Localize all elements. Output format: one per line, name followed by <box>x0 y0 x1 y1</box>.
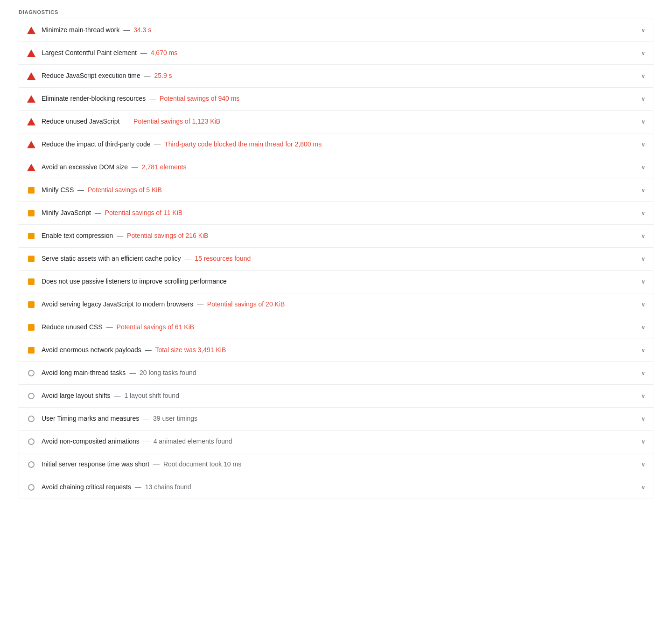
orange-square-icon <box>28 301 35 308</box>
chevron-down-icon: ∨ <box>641 416 645 422</box>
diagnostic-item-text-compression[interactable]: Enable text compression — Potential savi… <box>19 225 653 248</box>
item-left-dom-size: Avoid an excessive DOM size — 2,781 elem… <box>27 163 634 172</box>
item-detail-legacy-js: Potential savings of 20 KiB <box>207 300 285 308</box>
diagnostic-item-minify-js[interactable]: Minify JavaScript — Potential savings of… <box>19 202 653 225</box>
orange-square-icon <box>28 324 35 331</box>
orange-square-icon <box>28 256 35 262</box>
item-separator: — <box>152 140 162 148</box>
red-triangle-icon <box>27 164 35 171</box>
chevron-down-icon: ∨ <box>641 210 645 216</box>
gray-circle-icon <box>28 393 35 399</box>
item-separator: — <box>76 186 86 194</box>
chevron-down-icon: ∨ <box>641 484 645 491</box>
item-separator: — <box>93 209 103 216</box>
gray-circle-icon <box>28 438 35 445</box>
orange-square-icon <box>28 347 35 354</box>
item-label-passive-listeners: Does not use passive listeners to improv… <box>42 277 227 286</box>
diagnostic-item-cache-policy[interactable]: Serve static assets with an efficient ca… <box>19 248 653 271</box>
item-label-server-response-time: Initial server response time was short —… <box>42 460 241 469</box>
chevron-down-icon: ∨ <box>641 278 645 285</box>
item-label-cache-policy: Serve static assets with an efficient ca… <box>42 254 251 264</box>
red-triangle-icon <box>27 27 35 34</box>
diagnostic-item-unused-css[interactable]: Reduce unused CSS — Potential savings of… <box>19 316 653 339</box>
item-label-minify-js: Minify JavaScript — Potential savings of… <box>42 208 182 218</box>
item-label-reduce-js-execution: Reduce JavaScript execution time — 25.9 … <box>42 71 172 81</box>
diagnostic-item-non-composited-animations[interactable]: Avoid non-composited animations — 4 anim… <box>19 431 653 453</box>
item-label-minimize-main-thread: Minimize main-thread work — 34.3 s <box>42 26 151 35</box>
item-label-third-party-code: Reduce the impact of third-party code — … <box>42 140 322 149</box>
item-separator: — <box>141 438 152 445</box>
item-left-largest-contentful-paint: Largest Contentful Paint element — 4,670… <box>27 49 634 58</box>
item-left-reduce-unused-js: Reduce unused JavaScript — Potential sav… <box>27 117 634 126</box>
item-detail-eliminate-render-blocking: Potential savings of 940 ms <box>160 95 239 102</box>
item-separator: — <box>183 255 193 262</box>
diagnostic-item-long-main-thread-tasks[interactable]: Avoid long main-thread tasks — 20 long t… <box>19 362 653 385</box>
gray-circle-icon <box>28 484 35 491</box>
item-label-legacy-js: Avoid serving legacy JavaScript to moder… <box>42 300 285 309</box>
gray-circle-icon <box>28 461 35 468</box>
diagnostic-item-user-timing[interactable]: User Timing marks and measures — 39 user… <box>19 408 653 431</box>
item-label-long-main-thread-tasks: Avoid long main-thread tasks — 20 long t… <box>42 368 196 378</box>
item-detail-chaining-critical-requests: 13 chains found <box>145 483 191 491</box>
item-left-passive-listeners: Does not use passive listeners to improv… <box>27 277 634 286</box>
orange-square-icon <box>28 233 35 239</box>
item-detail-reduce-unused-js: Potential savings of 1,123 KiB <box>133 118 220 125</box>
item-label-layout-shifts: Avoid large layout shifts — 1 layout shi… <box>42 391 179 401</box>
diagnostic-item-chaining-critical-requests[interactable]: Avoid chaining critical requests — 13 ch… <box>19 476 653 499</box>
item-separator: — <box>151 460 161 468</box>
item-left-layout-shifts: Avoid large layout shifts — 1 layout shi… <box>27 391 634 401</box>
section-title: DIAGNOSTICS <box>19 9 653 15</box>
diagnostic-list: Minimize main-thread work — 34.3 s∨Large… <box>19 19 653 499</box>
item-label-unused-css: Reduce unused CSS — Potential savings of… <box>42 323 194 332</box>
chevron-down-icon: ∨ <box>641 50 645 56</box>
diagnostic-item-minify-css[interactable]: Minify CSS — Potential savings of 5 KiB∨ <box>19 179 653 202</box>
item-left-chaining-critical-requests: Avoid chaining critical requests — 13 ch… <box>27 483 634 492</box>
item-left-server-response-time: Initial server response time was short —… <box>27 460 634 469</box>
diagnostic-item-network-payloads[interactable]: Avoid enormous network payloads — Total … <box>19 339 653 362</box>
diagnostic-item-passive-listeners[interactable]: Does not use passive listeners to improv… <box>19 271 653 293</box>
chevron-down-icon: ∨ <box>641 73 645 79</box>
item-left-legacy-js: Avoid serving legacy JavaScript to moder… <box>27 300 634 309</box>
item-label-network-payloads: Avoid enormous network payloads — Total … <box>42 346 226 355</box>
red-triangle-icon <box>27 118 35 125</box>
chevron-down-icon: ∨ <box>641 233 645 239</box>
item-separator: — <box>127 369 138 376</box>
red-triangle-icon <box>27 49 35 57</box>
diagnostic-item-minimize-main-thread[interactable]: Minimize main-thread work — 34.3 s∨ <box>19 19 653 42</box>
item-detail-unused-css: Potential savings of 61 KiB <box>117 323 195 331</box>
chevron-down-icon: ∨ <box>641 370 645 376</box>
item-separator: — <box>130 163 140 171</box>
chevron-down-icon: ∨ <box>641 96 645 102</box>
orange-square-icon <box>28 187 35 194</box>
diagnostics-container: DIAGNOSTICS Minimize main-thread work — … <box>0 0 672 518</box>
orange-square-icon <box>28 278 35 285</box>
item-label-user-timing: User Timing marks and measures — 39 user… <box>42 414 197 424</box>
item-label-eliminate-render-blocking: Eliminate render-blocking resources — Po… <box>42 94 239 104</box>
item-detail-dom-size: 2,781 elements <box>142 163 187 171</box>
item-detail-third-party-code: Third-party code blocked the main thread… <box>164 140 322 148</box>
diagnostic-item-largest-contentful-paint[interactable]: Largest Contentful Paint element — 4,670… <box>19 42 653 65</box>
chevron-down-icon: ∨ <box>641 256 645 262</box>
chevron-down-icon: ∨ <box>641 347 645 354</box>
item-detail-long-main-thread-tasks: 20 long tasks found <box>140 369 196 376</box>
item-label-reduce-unused-js: Reduce unused JavaScript — Potential sav… <box>42 117 220 126</box>
chevron-down-icon: ∨ <box>641 461 645 468</box>
item-label-non-composited-animations: Avoid non-composited animations — 4 anim… <box>42 437 232 446</box>
item-separator: — <box>121 26 132 34</box>
diagnostic-item-legacy-js[interactable]: Avoid serving legacy JavaScript to moder… <box>19 293 653 316</box>
diagnostic-item-eliminate-render-blocking[interactable]: Eliminate render-blocking resources — Po… <box>19 88 653 111</box>
diagnostic-item-third-party-code[interactable]: Reduce the impact of third-party code — … <box>19 133 653 156</box>
gray-circle-icon <box>28 370 35 376</box>
item-label-minify-css: Minify CSS — Potential savings of 5 KiB <box>42 186 162 195</box>
item-label-largest-contentful-paint: Largest Contentful Paint element — 4,670… <box>42 49 177 58</box>
item-detail-user-timing: 39 user timings <box>153 415 197 422</box>
item-detail-reduce-js-execution: 25.9 s <box>154 72 172 79</box>
item-separator: — <box>112 392 123 399</box>
diagnostic-item-layout-shifts[interactable]: Avoid large layout shifts — 1 layout shi… <box>19 385 653 408</box>
diagnostic-item-dom-size[interactable]: Avoid an excessive DOM size — 2,781 elem… <box>19 156 653 179</box>
orange-square-icon <box>28 210 35 216</box>
diagnostic-item-reduce-js-execution[interactable]: Reduce JavaScript execution time — 25.9 … <box>19 65 653 88</box>
diagnostic-item-reduce-unused-js[interactable]: Reduce unused JavaScript — Potential sav… <box>19 111 653 133</box>
diagnostic-item-server-response-time[interactable]: Initial server response time was short —… <box>19 453 653 476</box>
item-left-network-payloads: Avoid enormous network payloads — Total … <box>27 346 634 355</box>
